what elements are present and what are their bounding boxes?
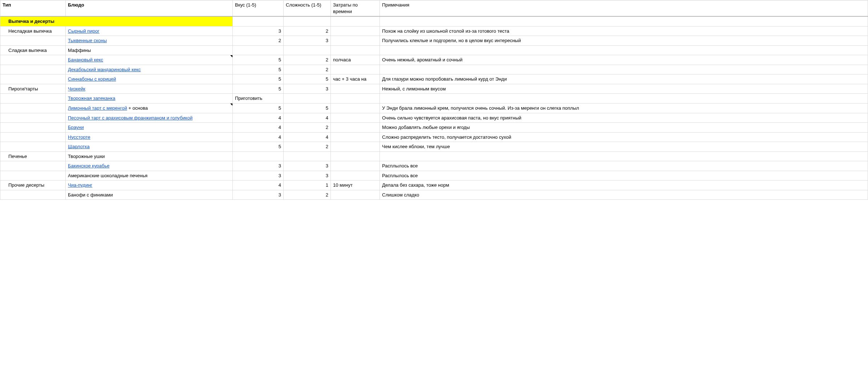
- cell-time[interactable]: час + 3 часа на: [331, 74, 380, 84]
- cell-time[interactable]: [331, 94, 380, 104]
- cell-notes[interactable]: [380, 94, 868, 104]
- cell-type[interactable]: [0, 190, 66, 200]
- cell-dish[interactable]: Банановый кекс: [66, 55, 233, 65]
- cell-notes[interactable]: Для глазури можно попробовать лимонный к…: [380, 74, 868, 84]
- cell-notes[interactable]: [380, 65, 868, 74]
- cell-type[interactable]: [0, 142, 66, 152]
- col-notes[interactable]: Примечания: [380, 0, 868, 17]
- cell-type[interactable]: [0, 36, 66, 46]
- cell-type[interactable]: Сладкая выпечка: [0, 45, 66, 55]
- cell-time[interactable]: [331, 171, 380, 181]
- cell-time[interactable]: [331, 26, 380, 36]
- cell-dish[interactable]: Бакинское курабье: [66, 161, 233, 171]
- dish-link[interactable]: Чиа-пудинг: [68, 182, 92, 188]
- cell-time[interactable]: [331, 104, 380, 113]
- dish-link[interactable]: Бакинское курабье: [68, 163, 109, 169]
- cell-notes[interactable]: Слишком сладко: [380, 190, 868, 200]
- cell-taste[interactable]: 3: [233, 171, 284, 181]
- cell-type[interactable]: Пироги/тарты: [0, 84, 66, 94]
- cell-type[interactable]: [0, 113, 66, 123]
- cell-notes[interactable]: Чем кислее яблоки, тем лучше: [380, 142, 868, 152]
- dish-link[interactable]: Брауни: [68, 125, 84, 130]
- cell-notes[interactable]: Похож на слойку из школьной столой из-за…: [380, 26, 868, 36]
- cell-difficulty[interactable]: [284, 45, 331, 55]
- cell-taste[interactable]: 3: [233, 26, 284, 36]
- dish-link[interactable]: Шарлотка: [68, 144, 90, 149]
- cell-notes[interactable]: Расплылось все: [380, 161, 868, 171]
- dish-link[interactable]: Синнабоны с корицей: [68, 76, 116, 82]
- cell-difficulty[interactable]: 4: [284, 132, 331, 142]
- cell-time[interactable]: [331, 113, 380, 123]
- cell-type[interactable]: [0, 104, 66, 113]
- cell-difficulty[interactable]: 3: [284, 36, 331, 46]
- cell-difficulty[interactable]: [284, 94, 331, 104]
- col-dish[interactable]: Блюдо: [66, 0, 233, 17]
- col-type[interactable]: Тип: [0, 0, 66, 17]
- cell-type[interactable]: [0, 65, 66, 74]
- cell-difficulty[interactable]: [284, 151, 331, 161]
- cell-difficulty[interactable]: 3: [284, 171, 331, 181]
- cell-difficulty[interactable]: 2: [284, 65, 331, 74]
- cell-dish[interactable]: Брауни: [66, 123, 233, 133]
- cell-taste[interactable]: 4: [233, 132, 284, 142]
- col-taste[interactable]: Вкус (1-5): [233, 0, 284, 17]
- cell-difficulty[interactable]: 4: [284, 113, 331, 123]
- dish-link[interactable]: Творожная запеканка: [68, 96, 115, 101]
- cell-dish[interactable]: Синнабоны с корицей: [66, 74, 233, 84]
- cell-taste[interactable]: [233, 45, 284, 55]
- cell-difficulty[interactable]: 2: [284, 123, 331, 133]
- cell-time[interactable]: [331, 45, 380, 55]
- cell-dish[interactable]: Творожная запеканка: [66, 94, 233, 104]
- cell-time[interactable]: [331, 123, 380, 133]
- cell-dish[interactable]: Шарлотка: [66, 142, 233, 152]
- cell-dish[interactable]: Декабрьский мандариновый кекс: [66, 65, 233, 74]
- cell-type[interactable]: [0, 132, 66, 142]
- cell-type[interactable]: [0, 74, 66, 84]
- cell-type[interactable]: Прочие десерты: [0, 181, 66, 190]
- cell-difficulty[interactable]: 3: [284, 161, 331, 171]
- cell-dish[interactable]: Тыквенные сконы: [66, 36, 233, 46]
- cell-taste[interactable]: 4: [233, 113, 284, 123]
- cell-time[interactable]: [331, 65, 380, 74]
- cell-notes[interactable]: Очень нежный, ароматный и сочный: [380, 55, 868, 65]
- cell-taste[interactable]: 5: [233, 104, 284, 113]
- cell-difficulty[interactable]: 3: [284, 84, 331, 94]
- cell-dish[interactable]: Маффины: [66, 45, 233, 55]
- cell-time[interactable]: полчаса: [331, 55, 380, 65]
- cell-taste[interactable]: 5: [233, 74, 284, 84]
- cell-notes[interactable]: Делала без сахара, тоже норм: [380, 181, 868, 190]
- cell-time[interactable]: [331, 142, 380, 152]
- cell-time[interactable]: [331, 132, 380, 142]
- cell-notes[interactable]: Сложно распределить тесто, получается до…: [380, 132, 868, 142]
- cell-difficulty[interactable]: 2: [284, 190, 331, 200]
- dish-link[interactable]: Нуссторте: [68, 134, 90, 140]
- cell-time[interactable]: [331, 84, 380, 94]
- cell-difficulty[interactable]: 5: [284, 74, 331, 84]
- cell-time[interactable]: [331, 190, 380, 200]
- cell-difficulty[interactable]: 2: [284, 55, 331, 65]
- cell-type[interactable]: Печенье: [0, 151, 66, 161]
- cell-difficulty[interactable]: 5: [284, 104, 331, 113]
- dish-link[interactable]: Банановый кекс: [68, 57, 103, 62]
- dish-link[interactable]: Декабрьский мандариновый кекс: [68, 67, 141, 72]
- cell-type[interactable]: [0, 123, 66, 133]
- cell-time[interactable]: 10 минут: [331, 181, 380, 190]
- cell-taste[interactable]: Приготовить: [233, 94, 284, 104]
- cell-time[interactable]: [331, 151, 380, 161]
- cell-dish[interactable]: Чиа-пудинг: [66, 181, 233, 190]
- cell-difficulty[interactable]: 2: [284, 142, 331, 152]
- cell-notes[interactable]: У Энди брала лимонный крем, получился оч…: [380, 104, 868, 113]
- dish-link[interactable]: Песочный тарт с арахисовым франжипаном и…: [68, 115, 192, 121]
- cell-difficulty[interactable]: 1: [284, 181, 331, 190]
- col-time[interactable]: Затраты по времени: [331, 0, 380, 17]
- cell-dish[interactable]: Чизкейк: [66, 84, 233, 94]
- cell-taste[interactable]: 5: [233, 84, 284, 94]
- cell-taste[interactable]: 3: [233, 161, 284, 171]
- dish-link[interactable]: Тыквенные сконы: [68, 38, 107, 43]
- dish-link[interactable]: Сырный пирог: [68, 28, 100, 34]
- cell-time[interactable]: [331, 161, 380, 171]
- cell-dish[interactable]: Американские шоколадные печенья: [66, 171, 233, 181]
- cell-dish[interactable]: Нуссторте: [66, 132, 233, 142]
- cell-dish[interactable]: Банофи с финиками: [66, 190, 233, 200]
- cell-dish[interactable]: Лимонный тарт с меренгой + основа: [66, 104, 233, 113]
